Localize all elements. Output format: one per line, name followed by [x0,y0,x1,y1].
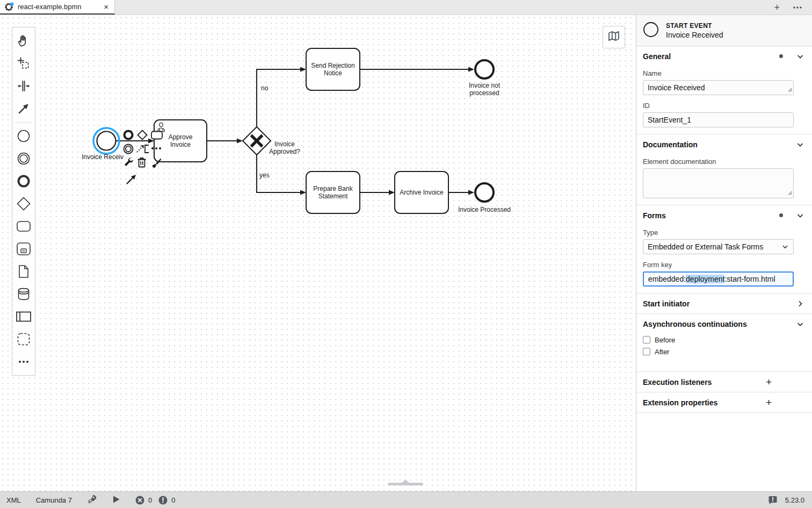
error-circle-icon [135,496,144,505]
element-type-label: START EVENT [666,22,723,30]
element-name-label: Invoice Received [666,31,723,39]
chevron-down-icon[interactable] [796,52,804,61]
create-end-event-icon[interactable] [13,170,34,192]
end-event-processed-shape[interactable] [475,183,494,202]
trash-icon[interactable] [136,156,148,168]
approve-task-label: Approve Invoice [154,120,207,162]
start-event-icon [643,22,659,39]
group-forms: Forms Type Embedded or External Task For… [636,205,812,294]
create-start-event-icon[interactable] [13,125,34,147]
group-start-initiator-header[interactable]: Start initiator [636,294,812,313]
form-key-label: Form key [643,261,806,269]
form-type-value: Embedded or External Task Forms [648,242,763,251]
add-execution-listener-button[interactable]: + [766,377,772,387]
error-count-indicator[interactable]: 0 [135,496,152,505]
group-general-title: General [643,52,779,61]
minimap-toggle-button[interactable] [603,26,625,48]
end-not-processed-label: Invoice not processed [459,82,510,97]
rocket-icon [87,494,97,506]
warning-circle-icon [158,496,168,505]
append-task-icon[interactable] [150,129,163,141]
chevron-down-icon[interactable] [796,320,804,328]
tab-close-icon[interactable]: × [102,2,110,11]
id-field[interactable]: StartEvent_1 [643,112,794,127]
before-checkbox[interactable] [643,336,650,344]
exclusive-gateway-shape[interactable] [243,127,271,155]
group-extension-properties-title: Extension properties [643,398,766,407]
append-intermediate-event-icon[interactable] [122,143,134,155]
group-forms-title: Forms [643,211,779,220]
deploy-button[interactable] [87,494,97,506]
name-field[interactable]: Invoice Received [643,80,794,95]
after-checkbox-label: After [655,348,669,356]
chevron-down-icon[interactable] [796,211,804,220]
group-general-header[interactable]: General [636,46,812,66]
hand-tool-icon[interactable] [13,30,34,52]
space-tool-icon[interactable] [13,75,34,97]
resize-handle-icon[interactable] [788,188,792,197]
add-extension-property-button[interactable]: + [766,397,772,407]
form-key-input[interactable]: embedded:deployment:start-form.html [643,271,794,287]
create-participant-icon[interactable] [13,305,34,328]
bpmn-canvas[interactable]: Invoice Receiv Approve Invoice Invoice A… [0,15,636,491]
group-extension-properties: Extension properties + [636,392,812,413]
end-event-not-processed-shape[interactable] [475,60,494,78]
resize-handle-icon[interactable] [788,85,792,94]
tab-overflow-icon[interactable] [793,6,802,9]
create-data-object-icon[interactable] [13,260,34,283]
warning-count: 0 [171,496,175,504]
chevron-down-icon[interactable] [796,140,804,149]
group-execution-listeners-title: Execution listeners [643,378,766,387]
context-more-icon[interactable] [151,146,162,151]
group-forms-header[interactable]: Forms [636,205,812,225]
create-subprocess-icon[interactable] [13,238,34,260]
archive-task-label: Archive Invoice [395,171,448,213]
modified-dot-icon [779,213,783,217]
append-end-event-icon[interactable] [122,129,134,141]
id-value: StartEvent_1 [648,116,691,124]
create-data-store-icon[interactable] [13,283,34,305]
create-group-icon[interactable] [13,328,34,350]
engine-version-button[interactable]: Camunda 7 [36,496,72,504]
warning-count-indicator[interactable]: 0 [158,496,175,505]
create-intermediate-event-icon[interactable] [13,147,34,170]
create-task-icon[interactable] [13,215,34,238]
wrench-icon[interactable] [122,157,134,169]
camunda-file-icon [5,2,14,11]
global-connect-tool-icon[interactable] [13,97,34,120]
xml-view-button[interactable]: XML [6,496,21,504]
text-annotation-icon[interactable] [143,144,150,154]
lasso-tool-icon[interactable] [13,52,34,75]
group-async-continuations: Asynchronous continuations Before After [636,314,812,372]
color-brush-icon[interactable] [150,157,162,169]
chevron-right-icon[interactable] [796,299,804,308]
name-value: Invoice Received [648,83,705,92]
tab-react-example[interactable]: react-example.bpmn × [0,0,115,15]
modified-dot-icon [779,54,783,58]
group-execution-listeners-header[interactable]: Execution listeners + [636,372,812,392]
prepare-task-label: Prepare Bank Statement [306,171,360,213]
palette-more-icon[interactable] [13,350,34,373]
form-type-label: Type [643,228,806,237]
tab-title: react-example.bpmn [18,3,98,11]
start-event-shape[interactable] [93,128,119,154]
append-gateway-icon[interactable] [136,129,148,141]
group-extension-properties-header[interactable]: Extension properties + [636,392,812,412]
group-documentation-header[interactable]: Documentation [636,134,812,154]
create-gateway-icon[interactable] [13,192,34,215]
palette-separator [15,122,32,123]
element-documentation-field[interactable] [643,168,794,198]
after-checkbox[interactable] [643,348,650,355]
play-button[interactable] [112,495,120,505]
feedback-bubble-icon[interactable] [768,495,778,505]
form-type-select[interactable]: Embedded or External Task Forms [643,239,794,254]
status-bar: XML Camunda 7 [0,491,812,508]
group-async-continuations-title: Asynchronous continuations [643,320,796,328]
start-event-label: Invoice Receiv [82,153,124,161]
new-tab-button[interactable]: + [774,3,780,12]
group-execution-listeners: Execution listeners + [636,372,812,392]
bottom-panel-handle[interactable] [388,483,423,485]
connect-arrow-icon[interactable] [125,172,139,186]
group-async-continuations-header[interactable]: Asynchronous continuations [636,314,812,334]
form-key-selected-text: deployment [686,275,724,283]
